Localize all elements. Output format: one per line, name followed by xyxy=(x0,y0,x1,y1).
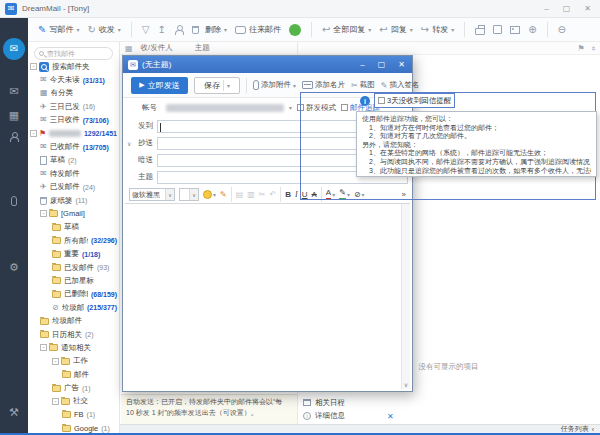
reply-button[interactable]: ↩回复▾ xyxy=(379,24,412,35)
tree-item-9[interactable]: ✈已发邮件(24) xyxy=(28,181,119,194)
collapse-pane-icon[interactable]: « xyxy=(588,46,597,50)
filter-button[interactable]: ▽ xyxy=(142,25,150,35)
rail-settings-button[interactable]: ⚙ xyxy=(0,256,28,278)
collapse-button[interactable]: ⊖ xyxy=(558,25,566,35)
tree-item-5[interactable]: -⚑1292/1451 xyxy=(28,127,119,140)
column-from-to[interactable]: 收/发件人 xyxy=(141,43,173,53)
strike-button[interactable]: A xyxy=(311,190,316,199)
flag-icon[interactable]: ⚑ xyxy=(577,44,584,53)
compose-minimize-button[interactable]: – xyxy=(360,60,364,69)
tree-item-26[interactable]: FB(1) xyxy=(28,408,119,421)
tree-item-15[interactable]: 已发邮件(93) xyxy=(28,261,119,274)
save-button[interactable]: 保存 ▾ xyxy=(194,77,240,94)
tree-item-18[interactable]: ⊘垃圾邮件(215/377) xyxy=(28,301,119,314)
rail-mail-module-button[interactable]: ✉ xyxy=(3,38,25,60)
image-button[interactable] xyxy=(510,26,520,34)
reply-all-button[interactable]: ↩全部回复▾ xyxy=(322,24,371,35)
panel-0-button[interactable]: 相关日程 xyxy=(303,396,345,409)
tree-item-20[interactable]: 日历相关(2) xyxy=(28,328,119,341)
tree-item-25[interactable]: -社交 xyxy=(28,395,119,408)
tree-item-3[interactable]: ✈三日已发(16) xyxy=(28,100,119,113)
tree-item-21[interactable]: -通知相关 xyxy=(28,341,119,354)
font-color-button[interactable]: A▾ xyxy=(326,189,335,200)
compose-titlebar[interactable]: ✉ (无主题) – ▢ ✕ xyxy=(123,56,412,73)
tree-item-0[interactable]: -搜索邮件夹 xyxy=(28,60,119,73)
tree-item-13[interactable]: 所有邮件(32/296) xyxy=(28,234,119,247)
tree-item-10[interactable]: 废纸篓(11) xyxy=(28,194,119,207)
account-value-redacted[interactable] xyxy=(166,104,284,112)
chevron-left-icon[interactable]: ‹ xyxy=(592,426,594,433)
print-button[interactable] xyxy=(475,25,485,35)
tree-item-23[interactable]: 邮件 xyxy=(28,368,119,381)
expander-icon[interactable]: - xyxy=(40,344,47,351)
clear-format-button[interactable]: ⊘▾ xyxy=(354,190,365,199)
insert-signature-button[interactable]: ✎ 插入签名 xyxy=(381,80,420,90)
tree-item-14[interactable]: 重要(1/18) xyxy=(28,247,119,260)
highlight-button[interactable]: ✎▾ xyxy=(339,189,350,200)
send-now-button[interactable]: ▶ 立即发送 xyxy=(131,77,188,94)
emoji-button[interactable]: ▾ xyxy=(203,190,216,199)
delete-button[interactable]: 删除▾ xyxy=(192,24,227,35)
scroll-down-icon[interactable]: ∨ xyxy=(404,381,408,389)
rail-contacts-button[interactable] xyxy=(0,126,28,148)
tree-item-1[interactable]: ✉今天未读(31/31) xyxy=(28,73,119,86)
tree-item-2[interactable]: ▦有分类 xyxy=(28,87,119,100)
editor-scrollbar[interactable]: ∨ xyxy=(401,204,410,389)
compose-button[interactable]: ✎写邮件▾ xyxy=(38,24,79,35)
format-painter-button[interactable]: ✎ xyxy=(220,190,227,199)
tree-item-16[interactable]: 已加星标 xyxy=(28,274,119,287)
search-input[interactable]: 查找邮件 xyxy=(34,47,113,60)
font-size-select[interactable]: ∨ xyxy=(179,188,199,201)
underline-button[interactable]: U xyxy=(302,190,308,199)
rail-mail-button[interactable]: ✉ xyxy=(0,80,28,102)
screenshot-button[interactable]: ✂ 截图 xyxy=(351,80,375,90)
tree-item-22[interactable]: -工作 xyxy=(28,355,119,368)
correspondence-button[interactable]: 往来邮件 xyxy=(235,24,281,35)
zoom-button[interactable]: ⊕ xyxy=(528,25,536,35)
expander-icon[interactable]: - xyxy=(40,210,47,217)
tree-item-8[interactable]: ✉待发邮件 xyxy=(28,167,119,180)
no-reply-reminder-checkbox[interactable]: 3天没收到回信提醒 xyxy=(374,93,455,108)
tree-item-4[interactable]: ✉三日收件(73/106) xyxy=(28,114,119,127)
tree-item-12[interactable]: 草稿 xyxy=(28,221,119,234)
more-button[interactable]: » xyxy=(402,190,406,199)
italic-button[interactable]: I xyxy=(295,190,298,199)
chevron-down-icon[interactable]: ∨ xyxy=(127,140,131,147)
notification-close-icon[interactable]: ✕ xyxy=(387,412,394,421)
add-attachment-button[interactable]: 添加附件 ▾ xyxy=(253,80,296,90)
column-subject[interactable]: 主题 xyxy=(195,43,210,53)
window-close-button[interactable]: ✕ xyxy=(584,4,591,13)
tree-item-7[interactable]: 草稿(2) xyxy=(28,154,119,167)
chevron-down-icon[interactable]: ▾ xyxy=(289,104,292,111)
paste-button[interactable]: ▤ xyxy=(236,190,244,199)
help-button[interactable] xyxy=(493,25,502,34)
expander-icon[interactable]: - xyxy=(30,63,37,70)
tree-item-17[interactable]: 已删除邮件(68/159) xyxy=(28,288,119,301)
compose-close-button[interactable]: ✕ xyxy=(398,60,405,69)
expander-icon[interactable]: - xyxy=(30,130,37,137)
account-avatar-button[interactable] xyxy=(289,24,301,36)
add-card-button[interactable]: 添加名片 xyxy=(302,80,345,90)
tree-item-24[interactable]: 广告(1) xyxy=(28,381,119,394)
window-minimize-button[interactable]: – xyxy=(544,4,548,13)
send-receive-button[interactable]: ↻收发▾ xyxy=(87,24,120,35)
panel-1-button[interactable]: i详细信息 xyxy=(303,409,345,422)
message-body-editor[interactable]: ∨ xyxy=(125,203,410,389)
rail-calendar-button[interactable]: ▦ xyxy=(0,104,28,126)
undo-button[interactable]: ↶ xyxy=(270,190,277,199)
mark-read-button[interactable]: ↥ xyxy=(158,25,166,35)
tree-item-19[interactable]: 垃圾邮件 xyxy=(28,314,119,327)
compose-maximize-button[interactable]: ▢ xyxy=(378,60,386,69)
expander-icon[interactable]: - xyxy=(52,358,59,365)
tree-item-11[interactable]: -[Gmail] xyxy=(28,207,119,220)
font-family-select[interactable]: 微软雅黑 ∨ xyxy=(129,188,175,201)
rail-attachments-button[interactable] xyxy=(0,190,28,212)
cut-button[interactable]: ✂ xyxy=(259,190,266,199)
bold-button[interactable]: B xyxy=(285,190,291,199)
tree-item-6[interactable]: ✉已收邮件(13/705) xyxy=(28,140,119,153)
mass-mode-checkbox[interactable]: 群发模式 xyxy=(297,103,336,113)
contacts-button[interactable] xyxy=(174,25,184,35)
rail-tools-button[interactable]: ⚒ xyxy=(0,401,28,423)
copy-button[interactable]: ▥ xyxy=(247,190,255,199)
info-icon[interactable]: i xyxy=(360,96,370,106)
